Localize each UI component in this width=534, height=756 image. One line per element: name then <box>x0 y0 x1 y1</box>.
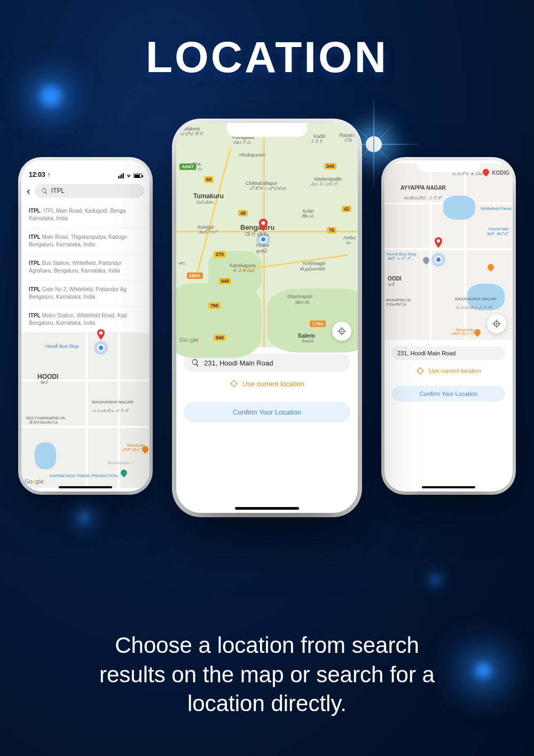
map-label: Hoodi Bus Stop <box>387 252 417 256</box>
map-label: ಪಾವಗಡ <box>233 140 252 145</box>
map-label: ಕೋಲಾರ <box>301 214 315 219</box>
map-label: Hoodi Bus Stop <box>45 344 79 349</box>
search-icon <box>41 188 48 194</box>
locate-me-button[interactable] <box>487 314 506 333</box>
address-value: 231, Hoodi Main Road <box>397 350 456 356</box>
map-label: ಅನುಗ್ರಹ ಲೌಲ್ <box>452 172 484 177</box>
home-indicator <box>59 486 112 488</box>
map-label: Kolar <box>303 208 314 214</box>
use-current-location-button[interactable]: Use current location <box>392 367 505 375</box>
map-label: சேலம் <box>302 338 314 344</box>
map-label: ಹೂಡಿ ಹಾಲ್ಟ್ <box>486 232 508 237</box>
route-shield: 69 <box>204 176 214 183</box>
map-label: Tumakuru <box>193 192 224 200</box>
use-current-label: Use current location <box>242 380 304 388</box>
map-label: SEETHARAMPALYA <box>26 416 65 420</box>
signal-icon <box>118 173 124 178</box>
route-shield: 48 <box>238 210 248 216</box>
map-label: தர்மபுரி <box>295 299 310 305</box>
map-label: ಚಳ್ಳಕೆರೆ <box>180 131 204 137</box>
subtitle: Choose a location from search results on… <box>48 631 486 719</box>
phone-notch <box>53 160 117 172</box>
search-icon <box>191 358 200 367</box>
map-label: ಹೂಡಿ ಬಸ್ ನಿ.. <box>387 256 414 261</box>
page-title: LOCATION <box>146 32 388 82</box>
search-result-item[interactable]: ITPL Bus Station, Whitefield, PattandurA… <box>29 254 142 280</box>
phone-mock-left: 12:03 ↑ ‹ ITPL ITPL, ITPL Main Road, Kad… <box>21 160 150 492</box>
svg-point-1 <box>437 239 440 243</box>
map-label: BASAVANNA NAGAR <box>92 400 134 404</box>
map-pin-icon <box>95 328 107 341</box>
confirm-location-button[interactable]: Confirm Your Location <box>184 402 350 423</box>
map-label: Hindupuram <box>239 152 265 158</box>
map-label: ೂರು <box>178 261 185 266</box>
home-indicator <box>235 507 299 510</box>
battery-icon <box>134 174 142 178</box>
map-label: ARAMPALYA <box>386 298 411 302</box>
map-label: ಕುಣಿಗಲ್ <box>199 230 217 235</box>
map-label: రాయ్ <box>344 138 352 143</box>
map-label: KARNATAKA TRADE PROMOTION.. <box>50 473 120 478</box>
map-label: Krishnagiri <box>303 261 326 266</box>
route-shield: 179A <box>310 321 326 327</box>
route-shield: 275 <box>214 251 226 258</box>
map-label: HOODI <box>37 373 58 380</box>
map-label: Whitefield Panel <box>481 206 512 211</box>
search-input[interactable]: ITPL <box>35 184 144 198</box>
glow-dot <box>40 85 61 107</box>
map-label: Madanapalle <box>314 176 342 182</box>
map-label: Kunigal <box>198 224 214 230</box>
map-label: ತುಮಕೂರು <box>195 200 214 205</box>
search-value: 231, Hoodi Main Road <box>204 359 273 367</box>
route-shield: 75 <box>327 227 336 233</box>
map-label: OODI <box>388 276 402 282</box>
map-label: Rd Number 7 <box>108 461 134 465</box>
svg-point-8 <box>232 381 237 386</box>
search-result-item[interactable]: ITPL, ITPL Main Road, Kadugodi, BengaKar… <box>29 202 142 228</box>
svg-point-0 <box>99 331 103 334</box>
use-current-location-button[interactable]: Use current location <box>184 379 350 388</box>
map-view[interactable]: nallakere ಚಳ್ಳಕೆರೆ Pavagada ಪಾವಗಡ Kadiri… <box>176 123 358 347</box>
confirm-location-button[interactable]: Confirm Your Location <box>392 386 505 402</box>
phone-notch <box>227 123 307 137</box>
route-shield: 766 <box>208 302 221 309</box>
map-label: AYYAPPA NAGAR <box>400 185 446 191</box>
locate-me-button[interactable] <box>332 322 351 341</box>
map-label: ಅಯ್ಯಪ್ಪ ನಗರ್ <box>404 196 442 201</box>
search-value: ITPL <box>51 187 65 194</box>
map-label: ೂಡಿ <box>388 282 395 287</box>
map-label: ಹೂಡಿ <box>40 380 49 385</box>
map-label: Kanakapura <box>230 263 256 268</box>
svg-point-3 <box>496 323 498 325</box>
user-location-marker <box>97 344 105 352</box>
map-view[interactable]: KODIG ಅನುಗ್ರಹ ಲೌಲ್ AYYAPPA NAGAR ಅಯ್ಯಪ್ಪ… <box>384 163 513 340</box>
home-indicator <box>422 486 475 488</box>
map-label: ಬಸವಣ್ಣ ನಗರ್ <box>92 409 129 414</box>
search-result-item[interactable]: ITPL Main Road, Thigalarapalya, KadugoBe… <box>29 228 142 254</box>
search-results-list: ITPL, ITPL Main Road, Kadugodi, BengaKar… <box>21 202 150 333</box>
map-label: Kadiri <box>313 134 326 139</box>
map-preview[interactable]: Hoodi Bus Stop HOODI ಹೂಡಿ SEETHARAMPALYA… <box>21 333 150 488</box>
poi-icon <box>120 469 129 478</box>
phone-mock-right: KODIG ಅನುಗ್ರಹ ಲೌಲ್ AYYAPPA NAGAR ಅಯ್ಯಪ್ಪ… <box>384 160 513 492</box>
map-label: ರಾಮಪಾಲ್ಯ <box>386 302 407 307</box>
svg-point-7 <box>341 331 343 332</box>
map-label: ವಿಂಡ್ ಮಿಲ್ಸ್ <box>451 332 474 337</box>
map-label: కదిరి <box>310 139 324 144</box>
map-label: nallakere <box>180 126 200 131</box>
map-label: Rayach <box>339 133 356 138</box>
map-label: మదనపల్లె <box>310 182 339 187</box>
map-label: கிருஷ்ணகிரி <box>300 266 326 272</box>
map-pin-icon <box>432 236 445 249</box>
map-label: BASAVANNA NAGAR <box>455 297 497 301</box>
search-result-item[interactable]: ITPL Metro Station, Whitefield Road, Kad… <box>29 307 142 333</box>
back-button[interactable]: ‹ <box>27 185 30 197</box>
map-label: Chikkaballapur <box>246 181 278 186</box>
phone-mock-center: nallakere ಚಳ್ಳಕೆರೆ Pavagada ಪಾವಗಡ Kadiri… <box>176 123 358 513</box>
route-shield: 42 <box>342 206 351 212</box>
google-logo: Google <box>179 337 199 343</box>
address-display[interactable]: 231, Hoodi Main Road <box>392 346 505 360</box>
route-shield: 340 <box>324 163 336 169</box>
user-location-marker <box>435 256 442 263</box>
search-result-item[interactable]: ITPL Gate No 2, Whitefield, Pattandur Ag… <box>29 280 142 307</box>
